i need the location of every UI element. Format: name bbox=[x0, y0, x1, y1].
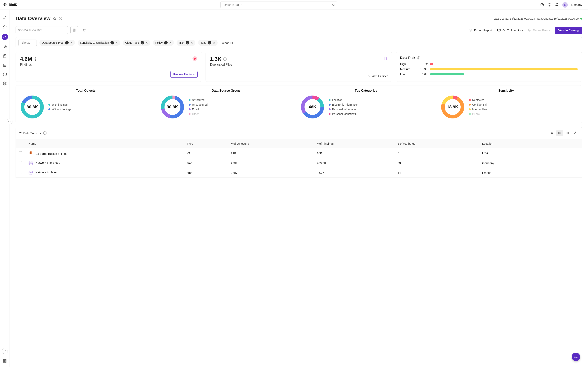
duplicated-info-icon[interactable]: i bbox=[224, 58, 226, 61]
donut-chart[interactable]: 46K bbox=[300, 94, 325, 120]
help-icon[interactable] bbox=[548, 3, 552, 7]
save-icon bbox=[72, 28, 76, 32]
legend-item[interactable]: Other bbox=[189, 112, 208, 116]
saved-filter-select[interactable]: Select a saved filter bbox=[16, 26, 68, 34]
legend-item[interactable]: Location bbox=[329, 99, 358, 101]
nav-rocket-icon[interactable] bbox=[3, 16, 7, 20]
filter-chip[interactable]: Policy ⌄ ✕ bbox=[153, 40, 174, 46]
donut-chart[interactable]: 30.3K bbox=[20, 94, 45, 120]
table-header[interactable]: Location bbox=[479, 139, 543, 148]
findings-info-icon[interactable]: i bbox=[34, 58, 37, 61]
clear-all-button[interactable]: Clear All bbox=[222, 41, 233, 44]
legend-item[interactable]: Email bbox=[189, 108, 208, 111]
donut-chart[interactable]: 30.3K bbox=[160, 94, 185, 120]
username[interactable]: Domany bbox=[571, 3, 582, 6]
nav-apps-icon[interactable] bbox=[3, 359, 7, 363]
table-row[interactable]: S3 Large Bucket of Files s3 21K 18K 3 US… bbox=[16, 148, 582, 158]
table-row[interactable]: SMBNetwork Archive smb 2.6K 25.7K 14 Fra… bbox=[16, 168, 582, 178]
review-findings-button[interactable]: Review Findings bbox=[170, 71, 198, 78]
row-checkbox[interactable] bbox=[19, 161, 22, 164]
legend-item[interactable]: Internal Use bbox=[469, 108, 487, 111]
split-view-button[interactable] bbox=[564, 130, 571, 136]
map-view-button[interactable] bbox=[572, 130, 579, 136]
donut-chart[interactable]: 18.9K bbox=[440, 94, 465, 120]
export-report-button[interactable]: Export Report bbox=[469, 28, 492, 32]
global-search[interactable] bbox=[221, 1, 337, 8]
chip-close-icon[interactable]: ✕ bbox=[146, 41, 148, 44]
legend-item[interactable]: Confidential bbox=[469, 103, 487, 106]
favorite-star-icon[interactable] bbox=[53, 17, 57, 21]
legend-item[interactable]: Personal Identificati… bbox=[329, 112, 358, 116]
legend-item[interactable]: Unstructured bbox=[189, 103, 208, 106]
table-row[interactable]: SMBNetwork File Share smb 2.9K 439.3K 33… bbox=[16, 158, 582, 168]
legend-item[interactable]: Electronic Information bbox=[329, 103, 358, 106]
table-header[interactable]: # of Findings bbox=[314, 139, 395, 148]
legend-item[interactable]: Without findings bbox=[48, 108, 71, 111]
add-as-filter-button[interactable]: Add As Filter bbox=[367, 75, 388, 78]
table-header[interactable]: # of Objects↓ bbox=[228, 139, 314, 148]
data-sources-info-icon[interactable]: i bbox=[43, 132, 46, 134]
search-input[interactable] bbox=[223, 3, 332, 6]
legend-dot-icon bbox=[189, 99, 190, 101]
delete-filter-button[interactable] bbox=[80, 26, 88, 34]
chip-close-icon[interactable]: ✕ bbox=[169, 41, 172, 44]
chevron-down-icon[interactable]: ⌄ bbox=[208, 41, 211, 44]
filter-chip[interactable]: Sensitivity Classification ⌄ ✕ bbox=[78, 40, 120, 46]
legend-item[interactable]: Restricted bbox=[469, 99, 487, 101]
row-findings: 18K bbox=[314, 148, 395, 158]
filter-chip[interactable]: Data Source Type ⌄ ✕ bbox=[39, 40, 75, 46]
chevron-down-icon[interactable]: ⌄ bbox=[186, 41, 189, 44]
chevron-down-icon[interactable]: ⌄ bbox=[111, 41, 114, 44]
save-filter-button[interactable] bbox=[70, 26, 78, 34]
nav-cube-icon[interactable] bbox=[3, 72, 7, 76]
legend-label: Confidential bbox=[472, 103, 487, 106]
chevron-down-icon[interactable]: ⌄ bbox=[141, 41, 144, 44]
chip-close-icon[interactable]: ✕ bbox=[70, 41, 72, 44]
row-checkbox[interactable] bbox=[19, 171, 22, 174]
saved-filter-placeholder: Select a saved filter bbox=[18, 29, 42, 32]
chip-close-icon[interactable]: ✕ bbox=[213, 41, 215, 44]
data-risk-info-icon[interactable]: i bbox=[417, 56, 420, 59]
define-policy-button: Define Policy bbox=[528, 28, 550, 32]
table-view-button[interactable] bbox=[556, 130, 563, 136]
avatar[interactable]: D bbox=[562, 2, 568, 8]
table-header[interactable]: # of Attributes bbox=[394, 139, 479, 148]
go-to-inventory-button[interactable]: Go To Inventory bbox=[497, 28, 523, 32]
risk-label: High bbox=[400, 63, 414, 66]
row-checkbox[interactable] bbox=[19, 151, 22, 154]
nav-gear-icon[interactable] bbox=[3, 81, 7, 86]
chip-close-icon[interactable]: ✕ bbox=[115, 41, 118, 44]
filter-by-select[interactable]: Filter by bbox=[18, 39, 37, 46]
brand-logo[interactable]: BigID bbox=[3, 2, 17, 7]
nav-star-icon[interactable] bbox=[3, 25, 7, 29]
row-location: Germany bbox=[479, 158, 543, 168]
nav-doc-icon[interactable] bbox=[3, 54, 7, 58]
legend-item[interactable]: Structured bbox=[189, 99, 208, 101]
table-header[interactable]: Type bbox=[184, 139, 228, 148]
legend-label: With findings bbox=[52, 103, 68, 106]
view-in-catalog-button[interactable]: View In Catalog bbox=[555, 27, 582, 34]
nav-edit-icon[interactable] bbox=[2, 348, 8, 354]
legend-item[interactable]: Public bbox=[469, 112, 487, 116]
page-info-icon[interactable]: ? bbox=[59, 17, 62, 20]
chevron-down-icon[interactable]: ⌄ bbox=[164, 41, 168, 44]
filter-chip[interactable]: Tags ⌄ ✕ bbox=[198, 40, 217, 46]
legend-label: Email bbox=[192, 108, 199, 111]
collapse-button[interactable] bbox=[549, 130, 555, 136]
filter-chip[interactable]: Risk ⌄ ✕ bbox=[177, 40, 195, 46]
findings-label: Findings bbox=[20, 63, 198, 67]
sidebar-expand-toggle[interactable]: < > bbox=[7, 118, 13, 124]
legend-item[interactable]: With findings bbox=[48, 103, 71, 106]
help-fab-button[interactable] bbox=[572, 353, 580, 361]
table-header[interactable]: Name bbox=[26, 139, 184, 148]
nav-chart-icon[interactable] bbox=[3, 63, 7, 67]
chip-close-icon[interactable]: ✕ bbox=[191, 41, 193, 44]
data-risk-card: Data Risk i High 32 Medium 15.9K Low 3.6… bbox=[396, 52, 582, 82]
nav-fire-icon[interactable] bbox=[3, 45, 7, 49]
bell-icon[interactable] bbox=[555, 3, 559, 7]
filter-chip[interactable]: Cloud Type ⌄ ✕ bbox=[123, 40, 150, 46]
legend-item[interactable]: Personal Information bbox=[329, 108, 358, 111]
chevron-down-icon[interactable]: ⌄ bbox=[65, 41, 69, 44]
nav-dashboard-icon[interactable] bbox=[2, 34, 8, 40]
check-icon[interactable] bbox=[540, 3, 544, 7]
